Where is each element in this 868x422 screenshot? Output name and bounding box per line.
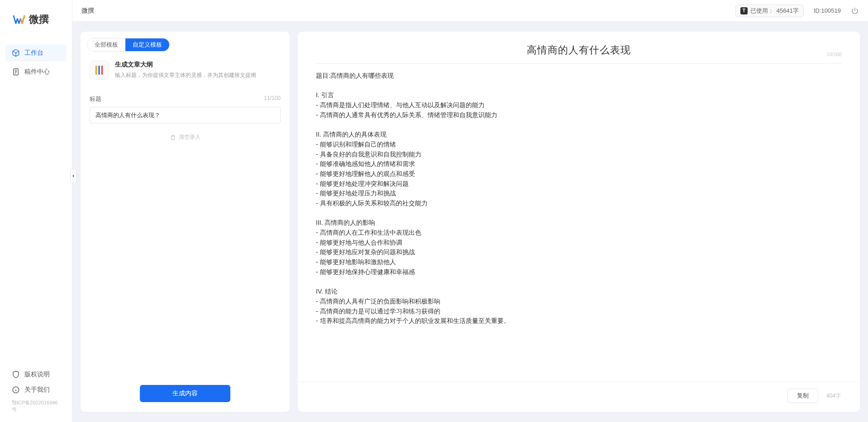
power-icon[interactable] — [851, 7, 859, 15]
main-nav: 工作台 稿件中心 — [0, 44, 72, 361]
footer-item-copyright[interactable]: 版权说明 — [5, 367, 67, 382]
usage-label: 已使用： — [750, 7, 774, 15]
sidebar: 微撰 工作台 稿件中心 版权说明 — [0, 0, 72, 422]
title-field-label: 标题 — [90, 95, 101, 103]
title-field-counter: 11/100 — [264, 95, 281, 103]
nav-item-drafts[interactable]: 稿件中心 — [5, 63, 67, 81]
output-footer: 复制 404字 — [299, 382, 859, 412]
word-count: 404字 — [826, 392, 841, 400]
topbar-right: T 已使用： 45641字 ID:100519 — [735, 5, 859, 17]
template-title: 生成文章大纲 — [115, 61, 256, 69]
sidebar-footer: 版权说明 关于我们 鄂ICP备2022016946号 — [0, 361, 72, 422]
output-panel: 高情商的人有什么表现 10/100 题目:高情商的人有哪些表现 I. 引言 - … — [298, 32, 860, 412]
cube-icon — [12, 49, 20, 57]
text-badge-icon: T — [740, 7, 748, 14]
trash-icon — [170, 134, 176, 141]
icp-text: 鄂ICP备2022016946号 — [5, 398, 67, 417]
output-body[interactable]: 题目:高情商的人有哪些表现 I. 引言 - 高情商是指人们处理情绪、与他人互动以… — [298, 64, 860, 382]
logo-text: 微撰 — [29, 13, 49, 26]
info-icon — [12, 386, 20, 394]
footer-label: 版权说明 — [24, 370, 50, 379]
output-title-counter: 10/100 — [826, 52, 842, 57]
content-columns: 全部模板 自定义模板 生成文章大纲 输入标题，为你提供文章主体的灵感，并为其创建… — [72, 22, 868, 422]
template-card: 生成文章大纲 输入标题，为你提供文章主体的灵感，并为其创建推文提纲 — [81, 56, 290, 88]
input-panel: 全部模板 自定义模板 生成文章大纲 输入标题，为你提供文章主体的灵感，并为其创建… — [81, 32, 290, 412]
clear-label: 清空录入 — [179, 133, 200, 141]
main-area: 微撰 T 已使用： 45641字 ID:100519 全部模板 — [72, 0, 868, 422]
output-title: 高情商的人有什么表现 — [316, 43, 842, 57]
form-area: 标题 11/100 清空录入 — [81, 88, 290, 377]
logo-icon — [13, 13, 25, 26]
sidebar-collapse-handle[interactable] — [70, 169, 76, 183]
generate-button[interactable]: 生成内容 — [140, 385, 230, 402]
usage-value: 45641字 — [777, 7, 799, 15]
title-input[interactable] — [90, 107, 281, 123]
copy-button[interactable]: 复制 — [787, 389, 818, 403]
footer-item-about[interactable]: 关于我们 — [5, 382, 67, 398]
breadcrumb: 微撰 — [81, 7, 94, 15]
clear-button[interactable]: 清空录入 — [90, 133, 281, 141]
usage-chip[interactable]: T 已使用： 45641字 — [735, 5, 804, 17]
output-header: 高情商的人有什么表现 10/100 — [298, 32, 860, 63]
template-tabs: 全部模板 自定义模板 — [81, 32, 290, 56]
nav-label: 稿件中心 — [24, 68, 50, 76]
nav-item-workspace[interactable]: 工作台 — [5, 44, 67, 62]
tab-all-templates[interactable]: 全部模板 — [87, 38, 125, 51]
nav-label: 工作台 — [24, 49, 43, 57]
tab-custom-templates[interactable]: 自定义模板 — [125, 38, 169, 51]
shield-icon — [12, 370, 20, 379]
topbar: 微撰 T 已使用： 45641字 ID:100519 — [72, 0, 868, 22]
document-icon — [12, 68, 20, 76]
footer-label: 关于我们 — [24, 386, 50, 394]
template-desc: 输入标题，为你提供文章主体的灵感，并为其创建推文提纲 — [115, 71, 256, 79]
logo: 微撰 — [0, 0, 72, 44]
template-icon — [90, 61, 109, 80]
user-id: ID:100519 — [814, 7, 841, 14]
